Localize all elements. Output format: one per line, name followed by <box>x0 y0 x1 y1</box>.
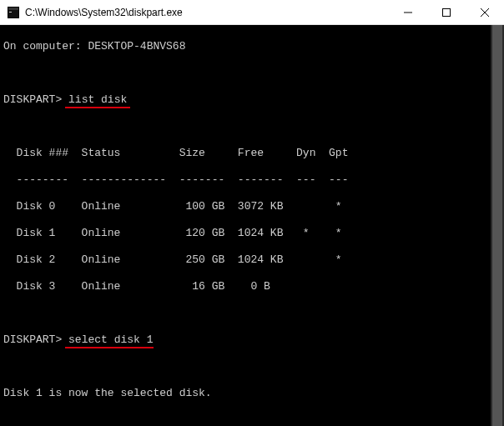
table-header: Disk ### Status Size Free Dyn Gpt <box>3 147 501 160</box>
prompt: DISKPART> <box>3 93 62 106</box>
computer-line: On computer: DESKTOP-4BNVS68 <box>3 40 501 53</box>
window-titlebar: C:\Windows\System32\diskpart.exe <box>0 0 504 25</box>
highlight-underline <box>65 107 130 108</box>
scrollbar-thumb[interactable] <box>492 25 502 426</box>
minimize-button[interactable] <box>389 0 427 25</box>
app-icon <box>7 6 20 19</box>
table-row: Disk 0 Online 100 GB 3072 KB * <box>3 200 501 213</box>
terminal-output[interactable]: On computer: DESKTOP-4BNVS68 DISKPART> l… <box>0 25 504 426</box>
svg-rect-2 <box>8 10 18 18</box>
prompt: DISKPART> <box>3 333 62 346</box>
table-row: Disk 1 Online 120 GB 1024 KB * * <box>3 227 501 240</box>
table-row: Disk 3 Online 16 GB 0 B <box>3 280 501 293</box>
svg-rect-5 <box>443 8 451 16</box>
scrollbar[interactable] <box>491 25 504 426</box>
table-divider: -------- ------------- ------- ------- -… <box>3 173 501 187</box>
cmd-list-disk: list disk <box>68 93 127 107</box>
svg-rect-1 <box>8 8 18 10</box>
cmd-select-disk: select disk 1 <box>68 333 153 347</box>
table-row: Disk 2 Online 250 GB 1024 KB * <box>3 253 501 267</box>
close-button[interactable] <box>466 0 504 25</box>
svg-rect-3 <box>9 12 12 13</box>
msg-selected: Disk 1 is now the selected disk. <box>3 387 501 400</box>
window-title: C:\Windows\System32\diskpart.exe <box>25 7 389 18</box>
maximize-button[interactable] <box>427 0 466 25</box>
highlight-underline <box>65 347 154 348</box>
window-controls <box>389 0 504 25</box>
